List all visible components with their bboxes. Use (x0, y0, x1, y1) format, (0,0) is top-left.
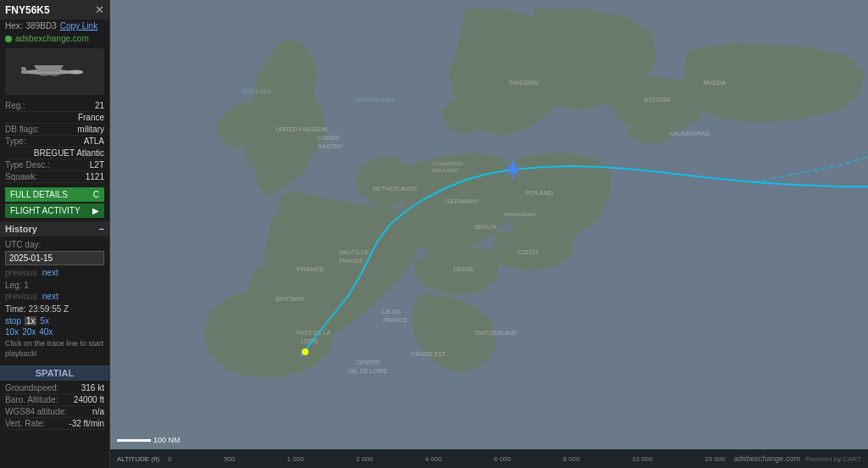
full-details-icon: C (93, 190, 99, 199)
alt-6000: 6 000 (494, 455, 511, 463)
wgs84-alt-label: WGS84 altitude: (5, 407, 67, 416)
type-desc2-label: Type Desc.: (5, 160, 50, 170)
map-area[interactable]: NORTH SEA IRISH SEA UNITED KINGDOM FRANC… (110, 0, 868, 468)
type-desc2-value: L2T (90, 160, 104, 170)
svg-text:HAUTS-DE-: HAUTS-DE- (339, 249, 372, 255)
speed-row-2: 10x 20x 40x (5, 327, 104, 337)
copy-link[interactable]: Copy Link (60, 21, 97, 31)
speed-40x-button[interactable]: 40x (39, 327, 53, 337)
groundspeed-label: Groundspeed: (5, 383, 58, 393)
bottom-bar: ALTITUDE (ft) 0 500 1 000 2 000 4 000 6 … (110, 449, 868, 468)
alt-2000: 2 000 (356, 455, 373, 463)
source-dot (5, 36, 12, 42)
svg-text:POLAND: POLAND (526, 189, 554, 197)
scale-line (117, 439, 151, 442)
time-label: Time: 23:59:55 Z (5, 304, 104, 314)
history-content: UTC day: previous next Leg: 1 previous n… (0, 237, 109, 362)
svg-text:GERMANY: GERMANY (445, 198, 480, 205)
date-input[interactable] (5, 251, 104, 265)
leg-label: Leg: 1 (5, 281, 104, 290)
svg-text:FRANCE: FRANCE (339, 258, 364, 264)
flight-activity-button[interactable]: FLIGHT ACTIVITY ▶ (5, 203, 104, 218)
svg-text:CENTRE: CENTRE (356, 359, 381, 365)
alt-20000: 20 000 (704, 455, 725, 463)
alt-10000: 10 000 (632, 455, 652, 463)
dbflags-value: military (77, 125, 104, 134)
svg-text:LOWER: LOWER (318, 135, 340, 141)
speed-1x-button[interactable]: 1x (25, 316, 37, 326)
flight-activity-icon: ▶ (92, 206, 99, 215)
type-desc-value: BREGUET Atlantic (34, 148, 104, 158)
svg-text:RUSSIA: RUSSIA (704, 80, 726, 86)
svg-text:SAXONY: SAXONY (318, 143, 343, 149)
full-details-button[interactable]: FULL DETAILS C (5, 187, 104, 202)
speed-10x-button[interactable]: 10x (5, 327, 19, 337)
left-panel: FNY56K5 ✕ Hex: 389BD3 Copy Link adsbexch… (0, 0, 110, 468)
type-desc-row: BREGUET Atlantic (5, 148, 104, 159)
scale-bar: 100 NM (117, 436, 181, 444)
alt-4000: 4 000 (425, 455, 442, 463)
country-row: France (5, 112, 104, 124)
hex-label: Hex: (5, 21, 23, 31)
history-section-header[interactable]: History − (0, 221, 109, 237)
svg-point-7 (49, 73, 59, 75)
next-day-button[interactable]: next (42, 268, 58, 277)
svg-marker-4 (22, 72, 29, 74)
playback-note: Click on the trace line to start playbac… (5, 339, 104, 359)
baro-alt-row: Baro. Altitude: 24000 ft (5, 394, 104, 406)
svg-text:BERLIN: BERLIN (475, 224, 496, 230)
alt-0: 0 (168, 455, 171, 463)
altitude-labels: 0 500 1 000 2 000 4 000 6 000 8 000 10 0… (168, 455, 726, 463)
next-leg-button[interactable]: next (42, 292, 58, 301)
map-svg: NORTH SEA IRISH SEA UNITED KINGDOM FRANC… (110, 0, 868, 468)
speed-20x-button[interactable]: 20x (22, 327, 36, 337)
day-nav-row: previous next (5, 268, 104, 277)
svg-text:SCHLESWIG-: SCHLESWIG- (432, 161, 465, 166)
svg-text:PAYS DE LA: PAYS DE LA (297, 330, 331, 336)
stop-row: stop 1x 5x (5, 316, 104, 326)
svg-text:UNITED KINGDOM: UNITED KINGDOM (275, 126, 328, 132)
altitude-scale: 0 500 1 000 2 000 4 000 6 000 8 000 10 0… (168, 455, 726, 463)
panel-header: FNY56K5 ✕ (0, 0, 109, 20)
previous-leg-button[interactable]: previous (5, 292, 37, 301)
speed-5x-button[interactable]: 5x (40, 316, 49, 326)
svg-text:HESSE: HESSE (453, 266, 474, 272)
spatial-title: SPATIAL (36, 368, 74, 378)
svg-text:CZECH: CZECH (517, 249, 537, 255)
reg-label: Reg.: (5, 101, 25, 110)
alt-500: 500 (224, 455, 235, 463)
groundspeed-value: 316 kt (81, 383, 104, 393)
squawk-value: 1121 (86, 172, 104, 181)
spatial-header: SPATIAL (0, 365, 109, 381)
squawk-row: Squawk: 1121 (5, 171, 104, 183)
scale-label: 100 NM (153, 436, 181, 444)
wgs84-alt-row: WGS84 altitude: n/a (5, 406, 104, 418)
spatial-table: Groundspeed: 316 kt Baro. Altitude: 2400… (0, 381, 109, 432)
hex-row: Hex: 389BD3 Copy Link (0, 20, 109, 32)
vert-rate-value: -32 ft/min (69, 419, 104, 428)
svg-point-44 (302, 348, 309, 355)
svg-text:SWITZERLAND: SWITZERLAND (475, 330, 517, 336)
svg-marker-3 (21, 67, 27, 72)
aircraft-silhouette (17, 55, 93, 89)
svg-text:FRANCE: FRANCE (383, 317, 408, 323)
baro-alt-value: 24000 ft (74, 395, 104, 404)
stop-button[interactable]: stop (5, 316, 21, 326)
alt-8000: 8 000 (563, 455, 580, 463)
history-collapse-icon: − (99, 224, 104, 234)
svg-point-6 (39, 73, 49, 75)
previous-day-button[interactable]: previous (5, 268, 37, 277)
svg-text:IRISH SEA: IRISH SEA (242, 88, 271, 94)
svg-text:SWEDEN: SWEDEN (509, 79, 538, 86)
svg-text:KALININGRAD: KALININGRAD (670, 131, 709, 136)
svg-text:ILE-DE-: ILE-DE- (381, 309, 403, 315)
close-button[interactable]: ✕ (95, 3, 104, 16)
svg-text:VAL DE LOIRE: VAL DE LOIRE (348, 368, 387, 374)
vert-rate-label: Vert. Rate: (5, 419, 45, 428)
svg-point-5 (70, 70, 83, 74)
svg-text:NORTH SEA: NORTH SEA (356, 96, 396, 103)
utc-day-label: UTC day: (5, 240, 104, 249)
full-details-label: FULL DETAILS (10, 190, 68, 199)
wgs84-alt-value: n/a (92, 407, 104, 416)
leg-nav-row: previous next (5, 292, 104, 301)
